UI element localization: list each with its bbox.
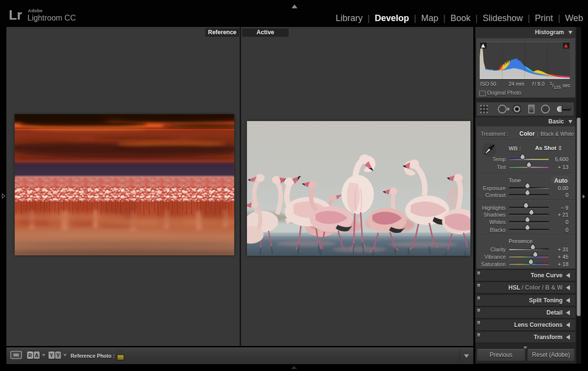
svg-text:A: A: [35, 352, 39, 358]
svg-text:Y: Y: [50, 352, 53, 358]
svg-text:Y: Y: [56, 352, 60, 358]
svg-text:R: R: [28, 352, 32, 358]
